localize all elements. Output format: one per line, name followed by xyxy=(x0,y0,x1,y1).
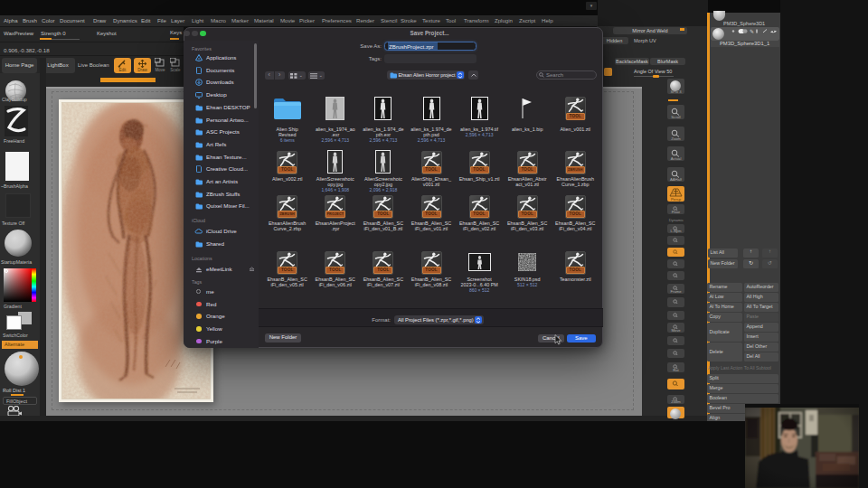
svg-text:✎: ✎ xyxy=(750,29,754,34)
